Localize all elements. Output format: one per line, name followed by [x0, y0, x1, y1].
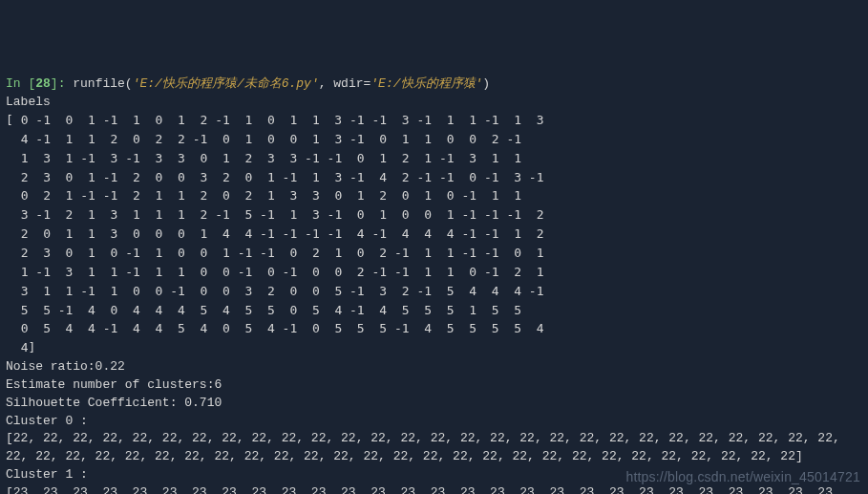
labels-row: 4 -1 1 1 2 0 2 2 -1 0 1 0 0 1 3 -1 0 1 1…	[6, 132, 521, 146]
labels-row: 0 2 1 -1 -1 2 1 1 2 0 2 1 3 3 0 1 2 0 1 …	[6, 188, 521, 203]
labels-row: 1 -1 3 1 1 -1 1 1 0 0 -1 0 -1 0 0 2 -1 -…	[6, 265, 544, 279]
prompt-close: ]:	[51, 76, 66, 91]
labels-row: 2 0 1 1 3 0 0 0 1 4 4 -1 -1 -1 -1 4 -1 4…	[6, 226, 544, 241]
cluster-content: [22, 22, 22, 22, 22, 22, 22, 22, 22, 22,…	[6, 431, 848, 463]
watermark: https://blog.csdn.net/weixin_45014721	[625, 467, 860, 486]
cluster-label: Cluster 1 :	[6, 467, 88, 482]
labels-array: [ 0 -1 0 1 -1 1 0 1 2 -1 1 0 1 1 3 -1 -1…	[6, 113, 544, 354]
command-func: runfile(	[73, 76, 132, 91]
noise-ratio: Noise ratio:0.22	[6, 359, 125, 374]
command-end: )	[482, 76, 490, 91]
cluster-label: Cluster 0 :	[6, 414, 88, 428]
command-arg2: 'E:/快乐的程序猿'	[370, 76, 482, 91]
cluster-content: [23, 23, 23, 23, 23, 23, 23, 23, 23, 23,…	[6, 485, 848, 494]
estimate-clusters: Estimate number of clusters:6	[6, 377, 222, 392]
console-output[interactable]: In [28]: runfile('E:/快乐的程序猿/未命名6.py', wd…	[6, 75, 862, 494]
prompt-in: In [	[6, 76, 35, 91]
labels-row: 1 3 1 -1 3 -1 3 3 0 1 2 3 3 -1 -1 0 1 2 …	[6, 151, 521, 165]
labels-row: 5 5 -1 4 0 4 4 4 5 4 5 5 0 5 4 -1 4 5 5 …	[6, 303, 521, 317]
labels-row: 4]	[6, 340, 35, 354]
labels-row: [ 0 -1 0 1 -1 1 0 1 2 -1 1 0 1 1 3 -1 -1…	[6, 113, 544, 127]
prompt-number: 28	[35, 76, 51, 91]
command-comma: ,	[319, 76, 334, 91]
labels-header: Labels	[6, 95, 51, 109]
command-arg1: 'E:/快乐的程序猿/未命名6.py'	[133, 76, 319, 91]
labels-row: 2 3 0 1 -1 2 0 0 3 2 0 1 -1 1 3 -1 4 2 -…	[6, 170, 544, 184]
labels-row: 3 -1 2 1 3 1 1 1 2 -1 5 -1 1 3 -1 0 1 0 …	[6, 207, 544, 222]
silhouette-coefficient: Silhouette Coefficient: 0.710	[6, 396, 222, 410]
labels-row: 3 1 1 -1 1 0 0 -1 0 0 3 2 0 0 5 -1 3 2 -…	[6, 284, 544, 298]
labels-row: 0 5 4 4 -1 4 4 5 4 0 5 4 -1 0 5 5 5 -1 4…	[6, 321, 544, 335]
command-kw: wdir=	[333, 76, 370, 91]
labels-row: 2 3 0 1 0 -1 1 0 0 1 -1 -1 0 2 1 0 2 -1 …	[6, 246, 544, 260]
